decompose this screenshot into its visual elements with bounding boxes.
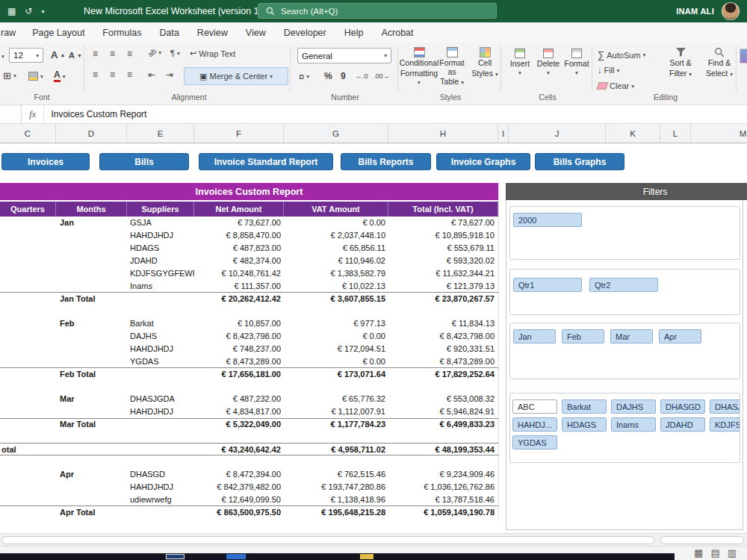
report-cell[interactable] (0, 292, 56, 305)
conditional-formatting-button[interactable]: Conditional Formatting ▾ (403, 47, 435, 87)
align-right-icon[interactable]: ≡ (127, 69, 132, 80)
report-cell[interactable] (127, 305, 194, 317)
font-size-combo[interactable]: 12▾ (9, 48, 43, 63)
report-cell[interactable] (0, 505, 56, 518)
increase-decimal-icon[interactable]: ←.0 (356, 72, 368, 80)
report-cell[interactable]: € 487,232.00 (194, 393, 284, 405)
formula-bar-input[interactable]: Invoices Custom Report (44, 109, 146, 119)
quick-access-chevron-icon[interactable]: ▾ (41, 8, 44, 15)
menu-tab-acrobat[interactable]: Acrobat (372, 24, 422, 42)
slicer-item-kdjfs[interactable]: KDJFS... (710, 417, 740, 432)
report-cell[interactable]: € 593,320.02 (388, 255, 498, 267)
report-cell[interactable]: Inams (127, 279, 194, 292)
report-cell[interactable]: € 1,138,418.96 (284, 494, 388, 506)
report-cell[interactable]: Mar (56, 393, 127, 405)
report-cell[interactable]: € 111,357.00 (194, 279, 284, 292)
report-cell[interactable] (194, 380, 284, 393)
report-cell[interactable] (127, 292, 194, 305)
report-cell[interactable]: € 65,856.11 (284, 242, 388, 255)
report-cell[interactable] (0, 418, 56, 431)
report-cell[interactable]: HAHDJHDJ (127, 342, 194, 355)
slicer-item-mar[interactable]: Mar (610, 329, 653, 343)
undo-icon[interactable]: ↺ (25, 6, 32, 16)
column-header-J[interactable]: J (509, 124, 606, 143)
clear-button[interactable]: Clear▾ (598, 81, 634, 90)
report-cell[interactable] (0, 305, 56, 317)
report-cell[interactable]: € 0.00 (284, 330, 388, 343)
report-cell[interactable] (56, 267, 127, 279)
wrap-text-button[interactable]: ↩ Wrap Text (190, 49, 235, 58)
report-cell[interactable]: € 65,776.32 (284, 393, 388, 405)
report-cell[interactable]: € 10,857.00 (194, 317, 284, 330)
column-header-H[interactable]: H (388, 124, 498, 143)
menu-tab-raw[interactable]: raw (0, 24, 23, 42)
decrease-decimal-icon[interactable]: .00→ (374, 72, 390, 80)
slicer-item-abc[interactable]: ABC (512, 399, 557, 414)
format-as-table-button[interactable]: Format as Table ▾ (436, 47, 468, 87)
slicer-item-qtr2[interactable]: Qtr2 (589, 278, 658, 292)
report-cell[interactable] (0, 229, 56, 242)
report-cell[interactable] (0, 355, 56, 367)
menu-tab-page-layout[interactable]: Page Layout (23, 24, 93, 42)
report-cell[interactable] (127, 455, 194, 468)
report-cell[interactable]: HDAGS (127, 242, 194, 255)
menu-tab-data[interactable]: Data (150, 24, 187, 42)
slicer-item-hdags[interactable]: HDAGS (562, 417, 607, 432)
slicer-item-jan[interactable]: Jan (513, 329, 556, 343)
report-cell[interactable]: € 487,823.00 (194, 242, 284, 255)
report-cell[interactable]: Mar Total (56, 418, 127, 431)
report-cell[interactable]: € 748,237.00 (194, 342, 284, 355)
normal-view-icon[interactable]: ▦ (694, 547, 703, 559)
report-cell[interactable] (388, 305, 498, 317)
column-header-L[interactable]: L (660, 124, 691, 143)
report-cell[interactable] (56, 455, 127, 468)
report-cell[interactable] (56, 330, 127, 343)
report-cell[interactable]: YGDAS (127, 355, 194, 367)
report-cell[interactable] (56, 342, 127, 355)
align-center-icon[interactable]: ≡ (110, 69, 115, 80)
decrease-font-size-icon[interactable]: A▼ (69, 51, 82, 60)
number-format-combo[interactable]: General▾ (297, 48, 391, 63)
report-cell[interactable]: Barkat (127, 317, 194, 330)
menu-tab-developer[interactable]: Developer (275, 24, 335, 42)
font-color-icon[interactable]: A▾ (54, 70, 65, 82)
report-cell[interactable] (0, 380, 56, 393)
report-cell[interactable]: € 8,472,394.00 (194, 468, 284, 481)
slicer-item-ygdas[interactable]: YGDAS (512, 435, 557, 449)
report-cell[interactable] (0, 468, 56, 481)
report-cell[interactable]: Jan Total (56, 292, 127, 305)
font-name-combo-chevron-icon[interactable]: ▾ (1, 53, 4, 60)
comma-style-icon[interactable]: 9 (341, 71, 346, 81)
report-cell[interactable]: € 13,787,518.46 (388, 494, 498, 506)
taskbar-item[interactable] (226, 554, 246, 559)
report-cell[interactable]: € 173,071.64 (284, 367, 388, 380)
menu-tab-review[interactable]: Review (188, 24, 237, 42)
slicer-item-jdahd[interactable]: JDAHD (660, 417, 705, 432)
find-select-button[interactable]: Find & Select ▾ (701, 47, 738, 78)
report-cell[interactable]: € 172,094.51 (284, 342, 388, 355)
cell-styles-button[interactable]: Cell Styles ▾ (469, 47, 500, 78)
report-cell[interactable] (127, 418, 194, 431)
slicer-item-dhasj[interactable]: DHASJ... (710, 399, 740, 414)
report-cell[interactable]: DHASJGDA (127, 393, 194, 405)
report-cell[interactable] (284, 455, 388, 468)
report-cell[interactable] (0, 330, 56, 343)
report-cell[interactable]: € 10,022.13 (284, 279, 388, 292)
report-cell[interactable]: € 0.00 (284, 355, 388, 367)
report-cell[interactable] (56, 355, 127, 367)
report-cell[interactable] (56, 430, 127, 443)
menu-tab-help[interactable]: Help (335, 24, 373, 42)
report-cell[interactable]: € 8,423,798.00 (388, 330, 498, 343)
report-cell[interactable]: GSJA (127, 217, 194, 229)
report-cell[interactable]: € 110,946.02 (284, 255, 388, 267)
percent-style-icon[interactable]: % (324, 71, 332, 81)
report-cell[interactable] (56, 380, 127, 393)
report-cell[interactable] (127, 505, 194, 518)
report-cell[interactable]: € 3,607,855.15 (284, 292, 388, 305)
report-cell[interactable]: € 193,747,280.86 (284, 481, 388, 494)
slicer-item-barkat[interactable]: Barkat (562, 399, 607, 414)
taskbar-item[interactable] (166, 554, 185, 559)
column-header-E[interactable]: E (127, 124, 194, 143)
report-cell[interactable]: HAHDJHDJ (127, 405, 194, 418)
report-cell[interactable] (56, 405, 127, 418)
